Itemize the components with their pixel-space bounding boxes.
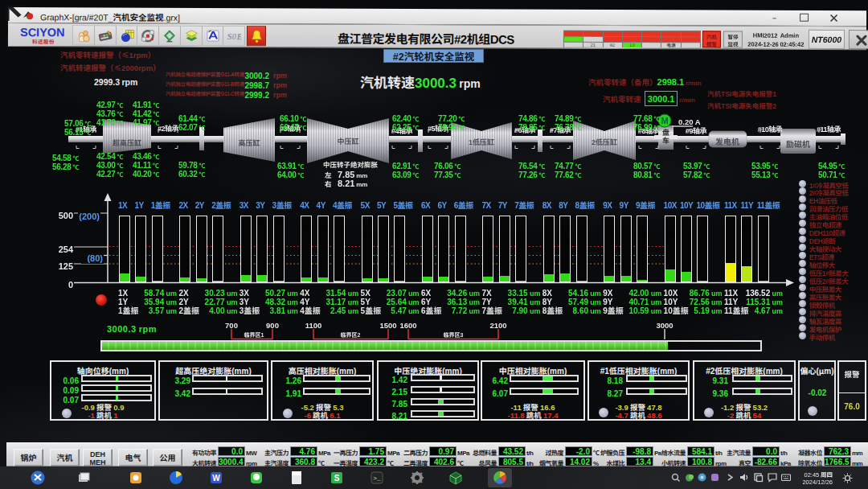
svg-text:S: S (334, 474, 340, 483)
svg-text:>_: >_ (373, 475, 381, 482)
svg-text:W: W (212, 474, 220, 483)
